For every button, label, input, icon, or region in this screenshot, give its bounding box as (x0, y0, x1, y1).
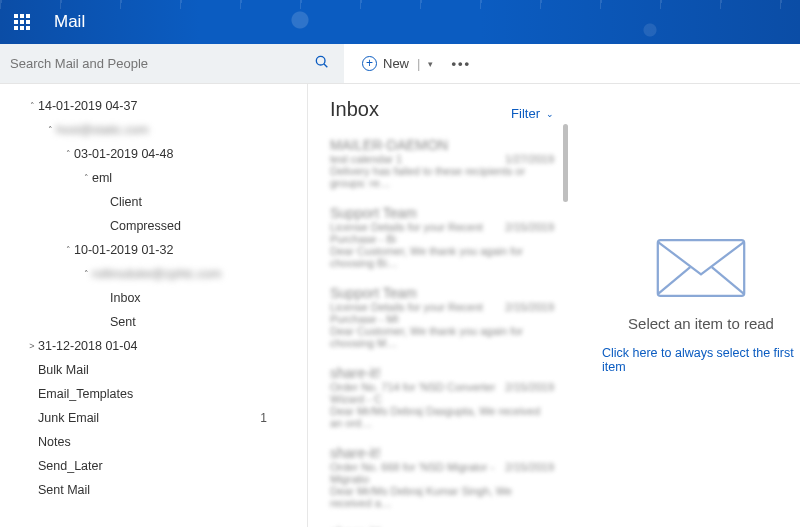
svg-rect-3 (14, 20, 18, 24)
scrollbar-thumb[interactable] (563, 124, 568, 202)
message-subject: License Details for your Recent Purchase… (330, 221, 505, 245)
chevron-down-icon[interactable]: ▾ (428, 59, 433, 69)
tree-item-label: eml (92, 171, 303, 185)
message-list-pane: Inbox Filter ⌄ MAILER-DAEMONtest calenda… (308, 84, 572, 527)
tree-item[interactable]: Email_Templates (0, 382, 303, 406)
svg-rect-8 (26, 26, 30, 30)
caret-down-icon[interactable]: ˄ (26, 101, 38, 111)
svg-rect-7 (20, 26, 24, 30)
message-subject: test calendar 1 (330, 153, 402, 165)
caret-down-icon[interactable]: ˄ (80, 173, 92, 183)
message-preview: Dear Customer, We thank you again for ch… (330, 325, 554, 349)
tree-item-label: 03-01-2019 04-48 (74, 147, 303, 161)
more-actions-button[interactable]: ••• (451, 56, 471, 71)
message-item[interactable]: share-it!Order No. 668 for 'NSD Migrator… (330, 445, 554, 509)
message-item[interactable]: MAILER-DAEMONtest calendar 11/27/2019Del… (330, 137, 554, 189)
tree-item-label: Compressed (110, 219, 303, 233)
message-date: 2/15/2019 (505, 461, 554, 485)
tree-item[interactable]: ˄03-01-2019 04-48 (0, 142, 303, 166)
message-item[interactable]: share-it!Order No. 714 for 'NSD Converte… (330, 365, 554, 429)
tree-item-label: Sent (110, 315, 303, 329)
tree-item[interactable]: Send_Later (0, 454, 303, 478)
search-icon[interactable] (310, 50, 334, 78)
reading-empty-link[interactable]: Click here to always select the first it… (602, 346, 800, 374)
tree-item[interactable]: Junk Email1 (0, 406, 303, 430)
caret-down-icon[interactable]: ˄ (80, 269, 92, 279)
svg-rect-11 (658, 240, 744, 296)
message-item[interactable]: Support TeamLicense Details for your Rec… (330, 285, 554, 349)
envelope-icon (656, 238, 746, 301)
message-from: share-it! (330, 445, 554, 461)
svg-rect-1 (20, 14, 24, 18)
tree-item[interactable]: Sent (0, 310, 303, 334)
tree-item[interactable]: Notes (0, 430, 303, 454)
tree-item-label: Junk Email (38, 411, 260, 425)
message-item[interactable]: Support TeamLicense Details for your Rec… (330, 205, 554, 269)
tree-item[interactable]: ˄10-01-2019 01-32 (0, 238, 303, 262)
message-preview: Dear Mr/Ms Debraj Dasgupta, We received … (330, 405, 554, 429)
svg-line-12 (658, 267, 690, 294)
app-launcher-icon[interactable] (8, 8, 36, 36)
filter-label: Filter (511, 106, 540, 121)
tree-item-label: Send_Later (38, 459, 303, 473)
tree-item[interactable]: ˄14-01-2019 04-37 (0, 94, 303, 118)
svg-rect-2 (26, 14, 30, 18)
tree-item-label: Notes (38, 435, 303, 449)
tree-item-label: Bulk Mail (38, 363, 303, 377)
tree-item[interactable]: Inbox (0, 286, 303, 310)
message-preview: Dear Mr/Ms Debraj Kumar Singh, We receiv… (330, 485, 554, 509)
tree-item-label: 10-01-2019 01-32 (74, 243, 303, 257)
message-subject: License Details for your Recent Purchase… (330, 301, 505, 325)
chevron-down-icon: ⌄ (546, 109, 554, 119)
tree-item-count: 1 (260, 411, 303, 425)
svg-line-10 (324, 64, 327, 67)
app-title: Mail (54, 12, 85, 32)
message-preview: Delivery has failed to these recipients … (330, 165, 554, 189)
svg-rect-6 (14, 26, 18, 30)
new-button[interactable]: + New | ▾ (362, 56, 433, 71)
tree-item[interactable]: Compressed (0, 214, 303, 238)
svg-point-9 (316, 56, 325, 65)
svg-rect-5 (26, 20, 30, 24)
message-date: 2/15/2019 (505, 381, 554, 405)
message-from: Support Team (330, 285, 554, 301)
app-header: Mail (0, 0, 800, 44)
tree-item[interactable]: ˄eml (0, 166, 303, 190)
tree-item[interactable]: Bulk Mail (0, 358, 303, 382)
tree-item[interactable]: ˄rollinsduke@zphtc.com (0, 262, 303, 286)
svg-line-13 (712, 267, 744, 294)
caret-down-icon[interactable]: ˄ (62, 149, 74, 159)
caret-down-icon[interactable]: ˄ (44, 125, 56, 135)
tree-item-label: Email_Templates (38, 387, 303, 401)
tree-item-label: Client (110, 195, 303, 209)
reading-pane: Select an item to read Click here to alw… (572, 84, 800, 527)
tree-item-label: Sent Mail (38, 483, 303, 497)
message-from: Support Team (330, 205, 554, 221)
message-from: share-it! (330, 365, 554, 381)
message-from: MAILER-DAEMON (330, 137, 554, 153)
folder-tree: ˄14-01-2019 04-37˄host@static.com˄03-01-… (0, 84, 308, 527)
tree-item[interactable]: >31-12-2018 01-04 (0, 334, 303, 358)
message-subject: Order No. 714 for 'NSD Converter Wizard … (330, 381, 505, 405)
caret-right-icon[interactable]: > (26, 341, 38, 351)
search-input[interactable] (10, 56, 310, 71)
message-date: 2/15/2019 (505, 301, 554, 325)
message-list-title: Inbox (330, 98, 379, 121)
tree-item-label: rollinsduke@zphtc.com (92, 267, 303, 281)
tree-item[interactable]: Client (0, 190, 303, 214)
message-date: 2/15/2019 (505, 221, 554, 245)
message-preview: Dear Customer, We thank you again for ch… (330, 245, 554, 269)
tree-item[interactable]: Sent Mail (0, 478, 303, 502)
svg-rect-0 (14, 14, 18, 18)
tree-item-label: 14-01-2019 04-37 (38, 99, 303, 113)
reading-empty-title: Select an item to read (628, 315, 774, 332)
caret-down-icon[interactable]: ˄ (62, 245, 74, 255)
new-button-label: New (383, 56, 409, 71)
message-date: 1/27/2019 (505, 153, 554, 165)
plus-icon: + (362, 56, 377, 71)
search-box (0, 44, 344, 83)
filter-button[interactable]: Filter ⌄ (511, 106, 554, 121)
svg-rect-4 (20, 20, 24, 24)
message-subject: Order No. 668 for 'NSD Migrator - Migrat… (330, 461, 505, 485)
tree-item[interactable]: ˄host@static.com (0, 118, 303, 142)
